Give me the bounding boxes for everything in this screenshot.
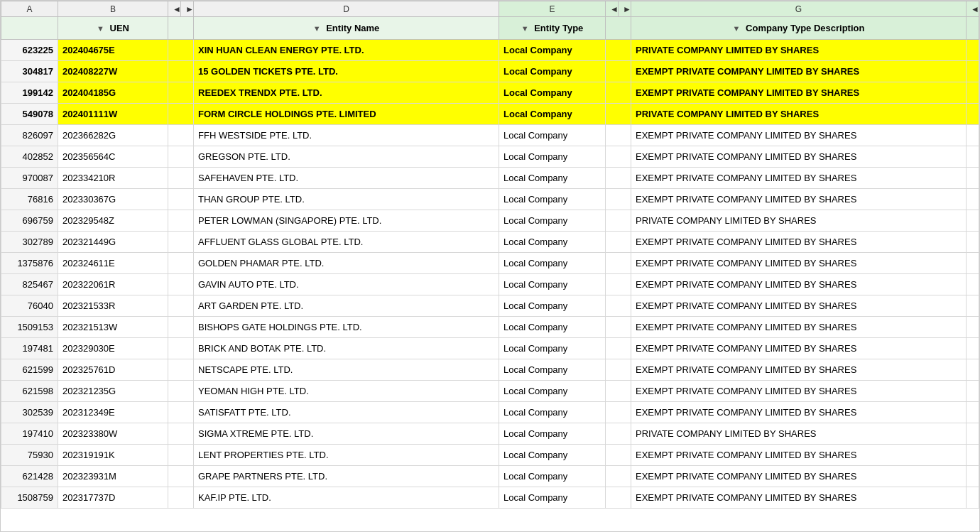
entity-name-value: GRAPE PARTNERS PTE. LTD. (194, 466, 499, 487)
table-row: 970087202334210RSAFEHAVEN PTE. LTD.Local… (1, 168, 979, 189)
header-uen[interactable]: ▼ UEN (58, 17, 168, 40)
spacer-b1 (168, 232, 194, 253)
company-type-value: EXEMPT PRIVATE COMPANY LIMITED BY SHARES (631, 295, 967, 317)
table-row: 75930202319191KLENT PROPERTIES PTE. LTD.… (1, 445, 979, 466)
col-e-right-arrow[interactable]: ► (619, 1, 631, 17)
spacer-e1 (606, 40, 631, 61)
spacer-e1 (606, 146, 631, 168)
table-row: 402852202356564CGREGSON PTE. LTD.Local C… (1, 146, 979, 168)
entity-type-value: Local Company (499, 253, 606, 274)
spacer-b1 (168, 168, 194, 189)
entity-type-value: Local Company (499, 274, 606, 295)
uen-value: 202321533R (58, 295, 168, 317)
spacer-b1 (168, 40, 194, 61)
row-number: 302789 (1, 232, 58, 253)
table-row: 621598202321235GYEOMAN HIGH PTE. LTD.Loc… (1, 381, 979, 402)
spacer-b1 (168, 274, 194, 295)
entity-name-value: ART GARDEN PTE. LTD. (194, 295, 499, 317)
spacer-b1 (168, 487, 194, 509)
company-type-value: EXEMPT PRIVATE COMPANY LIMITED BY SHARES (631, 232, 967, 253)
col-g-right-arrow[interactable]: ◄ (967, 1, 979, 17)
header-g-spacer (967, 17, 979, 40)
filter-icon-entity-name[interactable]: ▼ (313, 24, 321, 33)
col-e-left-arrow[interactable]: ◄ (606, 1, 619, 17)
spacer-g1 (967, 359, 979, 381)
company-type-value: PRIVATE COMPANY LIMITED BY SHARES (631, 423, 967, 445)
col-header-e[interactable]: E (499, 1, 606, 17)
spacer-e1 (606, 295, 631, 317)
spacer-g1 (967, 423, 979, 445)
col-header-b[interactable]: B (58, 1, 168, 17)
table-row: 302789202321449GAFFLUENT GLASS GLOBAL PT… (1, 232, 979, 253)
row-number: 302539 (1, 402, 58, 423)
row-number: 197410 (1, 423, 58, 445)
field-header-row: ▼ UEN ▼ Entity Name ▼ Entity Type ▼ Comp… (1, 17, 979, 40)
entity-name-value: GAVIN AUTO PTE. LTD. (194, 274, 499, 295)
uen-value: 202404675E (58, 40, 168, 61)
entity-name-value: 15 GOLDEN TICKETS PTE. LTD. (194, 61, 499, 82)
company-type-value: EXEMPT PRIVATE COMPANY LIMITED BY SHARES (631, 317, 967, 338)
filter-icon-company-type[interactable]: ▼ (733, 24, 741, 33)
spacer-g1 (967, 82, 979, 104)
entity-type-value: Local Company (499, 466, 606, 487)
spacer-e1 (606, 402, 631, 423)
spacer-b1 (168, 295, 194, 317)
table-row: 199142202404185GREEDEX TRENDX PTE. LTD.L… (1, 82, 979, 104)
entity-name-value: GOLDEN PHAMAR PTE. LTD. (194, 253, 499, 274)
col-header-d[interactable]: D (194, 1, 499, 17)
spacer-g1 (967, 146, 979, 168)
company-type-value: EXEMPT PRIVATE COMPANY LIMITED BY SHARES (631, 381, 967, 402)
table-row: 826097202366282GFFH WESTSIDE PTE. LTD.Lo… (1, 125, 979, 146)
uen-value: 202356564C (58, 146, 168, 168)
uen-value: 202322061R (58, 274, 168, 295)
spacer-g1 (967, 338, 979, 359)
table-row: 621599202325761DNETSCAPE PTE. LTD.Local … (1, 359, 979, 381)
spacer-g1 (967, 445, 979, 466)
filter-icon-uen[interactable]: ▼ (97, 24, 104, 33)
entity-type-value: Local Company (499, 487, 606, 509)
col-header-g[interactable]: G (631, 1, 967, 17)
spacer-b1 (168, 82, 194, 104)
col-b-left-arrow[interactable]: ◄ (168, 1, 181, 17)
company-type-value: EXEMPT PRIVATE COMPANY LIMITED BY SHARES (631, 445, 967, 466)
uen-value: 202317737D (58, 487, 168, 509)
uen-value: 202319191K (58, 445, 168, 466)
entity-type-value: Local Company (499, 232, 606, 253)
uen-value: 202321513W (58, 317, 168, 338)
table-row: 197410202323380WSIGMA XTREME PTE. LTD.Lo… (1, 423, 979, 445)
header-company-type[interactable]: ▼ Company Type Description (631, 17, 967, 40)
spacer-b1 (168, 210, 194, 232)
spacer-b1 (168, 381, 194, 402)
row-number: 1509153 (1, 317, 58, 338)
entity-name-value: NETSCAPE PTE. LTD. (194, 359, 499, 381)
row-number: 199142 (1, 82, 58, 104)
spacer-b1 (168, 125, 194, 146)
spacer-g1 (967, 466, 979, 487)
header-entity-type[interactable]: ▼ Entity Type (499, 17, 606, 40)
uen-value: 202408227W (58, 61, 168, 82)
row-number: 621598 (1, 381, 58, 402)
spacer-b1 (168, 317, 194, 338)
uen-value: 202324611E (58, 253, 168, 274)
company-type-value: EXEMPT PRIVATE COMPANY LIMITED BY SHARES (631, 82, 967, 104)
table-row: 304817202408227W15 GOLDEN TICKETS PTE. L… (1, 61, 979, 82)
spacer-g1 (967, 104, 979, 125)
filter-icon-entity-type[interactable]: ▼ (521, 24, 529, 33)
row-number: 402852 (1, 146, 58, 168)
table-row: 76816202330367GTHAN GROUP PTE. LTD.Local… (1, 189, 979, 210)
spacer-b1 (168, 104, 194, 125)
col-b-right-arrow[interactable]: ► (181, 1, 194, 17)
spacer-g1 (967, 253, 979, 274)
table-row: 549078202401111WFORM CIRCLE HOLDINGS PTE… (1, 104, 979, 125)
table-row: 696759202329548ZPETER LOWMAN (SINGAPORE)… (1, 210, 979, 232)
spacer-g1 (967, 295, 979, 317)
col-header-a[interactable]: A (1, 1, 58, 17)
header-e-spacer (606, 17, 631, 40)
entity-name-value: REEDEX TRENDX PTE. LTD. (194, 82, 499, 104)
entity-name-value: GREGSON PTE. LTD. (194, 146, 499, 168)
spacer-e1 (606, 253, 631, 274)
entity-name-value: SIGMA XTREME PTE. LTD. (194, 423, 499, 445)
header-entity-name[interactable]: ▼ Entity Name (194, 17, 499, 40)
row-number: 304817 (1, 61, 58, 82)
uen-value: 202329030E (58, 338, 168, 359)
